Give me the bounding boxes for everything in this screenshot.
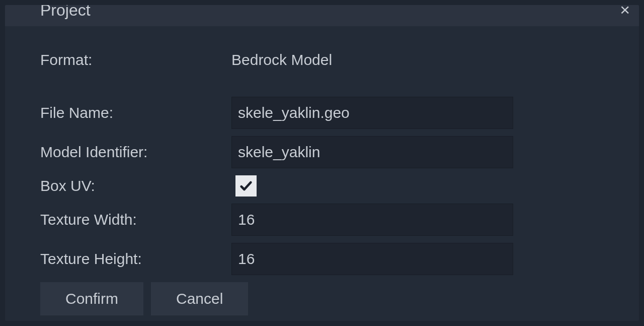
format-value: Bedrock Model xyxy=(231,51,332,69)
model-identifier-input[interactable] xyxy=(231,136,513,168)
box-uv-checkbox[interactable] xyxy=(235,175,257,197)
confirm-button[interactable]: Confirm xyxy=(40,282,143,315)
file-name-label: File Name: xyxy=(40,104,231,121)
box-uv-label: Box UV: xyxy=(40,177,231,194)
texture-height-row: Texture Height: xyxy=(40,243,604,275)
texture-width-row: Texture Width: xyxy=(40,204,604,236)
texture-height-input[interactable] xyxy=(231,243,513,275)
format-label: Format: xyxy=(40,51,231,69)
texture-height-label: Texture Height: xyxy=(40,250,231,268)
model-identifier-label: Model Identifier: xyxy=(40,144,231,161)
dialog-title: Project xyxy=(40,5,91,18)
dialog-content: Format: Bedrock Model File Name: Model I… xyxy=(5,26,639,321)
titlebar: Project × xyxy=(5,5,639,26)
box-uv-row: Box UV: xyxy=(40,175,604,197)
texture-width-label: Texture Width: xyxy=(40,211,231,228)
dialog-inner: Project × Format: Bedrock Model File Nam… xyxy=(5,5,639,321)
project-dialog: Project × Format: Bedrock Model File Nam… xyxy=(0,0,644,326)
dialog-buttons: Confirm Cancel xyxy=(40,282,604,315)
check-icon xyxy=(239,179,253,193)
format-row: Format: Bedrock Model xyxy=(40,51,604,69)
model-identifier-row: Model Identifier: xyxy=(40,136,604,168)
texture-width-input[interactable] xyxy=(231,204,513,236)
file-name-input[interactable] xyxy=(231,97,513,129)
file-name-row: File Name: xyxy=(40,97,604,129)
close-icon[interactable]: × xyxy=(620,5,630,18)
cancel-button[interactable]: Cancel xyxy=(151,282,248,315)
